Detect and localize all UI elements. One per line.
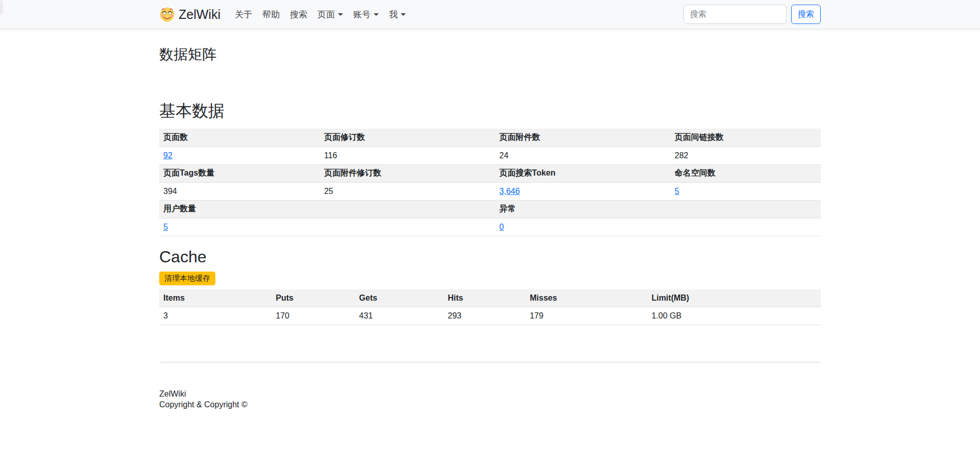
search-tokens-link[interactable]: 3,646 [499,187,520,195]
nav-item-label: 账号 [353,9,371,20]
cell-misses: 179 [526,307,647,325]
navbar: ZelWiki 关于 帮助 搜索 页面 账号 我 搜索 [0,0,980,29]
nav-dropdown-account[interactable]: 账号 [348,5,384,25]
col-header-items: Items [159,289,272,307]
nav-item-label: 搜索 [290,9,307,20]
edge-overlay-artifact [0,0,3,15]
clear-local-cache-button[interactable]: 清理本地缓存 [159,272,215,285]
main-nav: 关于 帮助 搜索 页面 账号 我 [230,5,411,25]
footer: ZelWiki Copyright & Copyright © [159,389,821,410]
col-header-page-revisions: 页面修订数 [320,129,495,146]
smiley-logo-icon [159,7,175,22]
cell-namespaces: 5 [671,182,821,200]
nav-dropdown-me[interactable]: 我 [384,5,411,25]
nav-item-search[interactable]: 搜索 [285,5,312,25]
header-row: Items Puts Gets Hits Misses Limit(MB) [159,289,821,307]
cell-exceptions: 0 [495,218,821,236]
page-title: 数据矩阵 [159,45,821,64]
nav-dropdown-pages[interactable]: 页面 [312,5,348,25]
nav-item-help[interactable]: 帮助 [257,5,285,25]
cell-page-attachments: 24 [495,146,670,164]
search-button[interactable]: 搜索 [791,5,821,24]
cell-items: 3 [159,307,272,325]
exceptions-link[interactable]: 0 [499,223,504,231]
footer-divider [159,362,821,362]
col-header-namespaces: 命名空间数 [671,164,821,182]
value-row: 92 116 24 282 [159,146,821,164]
brand-name: ZelWiki [179,7,220,22]
col-header-exceptions: 异常 [495,200,821,218]
nav-item-label: 关于 [235,9,252,20]
col-header-gets: Gets [355,289,444,307]
nav-item-label: 帮助 [262,9,280,20]
cell-hits: 293 [444,307,526,325]
footer-copyright: Copyright & Copyright © [159,400,821,410]
col-header-page-attachments: 页面附件数 [495,129,670,146]
main-content: 数据矩阵 基本数据 页面数 页面修订数 页面附件数 页面间链接数 92 116 … [153,45,827,410]
cell-user-count: 5 [159,218,495,236]
cache-heading: Cache [159,248,821,266]
header-row: 页面Tags数量 页面附件修订数 页面搜索Token 命名空间数 [159,164,821,182]
col-header-search-tokens: 页面搜索Token [495,164,670,182]
chevron-down-icon [401,13,406,16]
chevron-down-icon [338,13,343,16]
col-header-page-count: 页面数 [159,129,320,146]
nav-item-label: 我 [389,9,398,20]
cell-limit: 1.00 GB [647,307,821,325]
col-header-hits: Hits [444,289,526,307]
page-count-link[interactable]: 92 [163,151,173,160]
cell-search-tokens: 3,646 [495,182,670,200]
namespaces-link[interactable]: 5 [675,187,679,195]
col-header-attachment-revisions: 页面附件修订数 [320,164,495,182]
col-header-misses: Misses [526,289,647,307]
brand-link[interactable]: ZelWiki [159,7,220,22]
basic-data-table: 页面数 页面修订数 页面附件数 页面间链接数 92 116 24 282 页面T… [159,129,821,236]
cell-page-tags: 394 [159,182,320,200]
col-header-page-links: 页面间链接数 [671,129,821,146]
basic-data-heading: 基本数据 [159,100,821,123]
cell-page-revisions: 116 [320,146,495,164]
cell-page-count: 92 [159,146,320,164]
search-input[interactable] [683,5,787,24]
cell-page-links: 282 [671,146,821,164]
col-header-puts: Puts [272,289,355,307]
value-row: 394 25 3,646 5 [159,182,821,200]
col-header-limit: Limit(MB) [647,289,821,307]
value-row: 5 0 [159,218,821,236]
cell-puts: 170 [272,307,355,325]
user-count-link[interactable]: 5 [163,223,168,231]
cache-table: Items Puts Gets Hits Misses Limit(MB) 3 … [159,289,821,326]
nav-item-about[interactable]: 关于 [230,5,257,25]
col-header-page-tags: 页面Tags数量 [159,164,320,182]
navbar-search-form: 搜索 [683,5,821,24]
value-row: 3 170 431 293 179 1.00 GB [159,307,821,325]
col-header-user-count: 用户数量 [159,200,495,218]
cell-gets: 431 [355,307,444,325]
header-row: 用户数量 异常 [159,200,821,218]
nav-item-label: 页面 [317,9,335,20]
chevron-down-icon [374,13,379,16]
cell-attachment-revisions: 25 [320,182,495,200]
header-row: 页面数 页面修订数 页面附件数 页面间链接数 [159,129,821,146]
footer-site-name: ZelWiki [159,389,821,400]
